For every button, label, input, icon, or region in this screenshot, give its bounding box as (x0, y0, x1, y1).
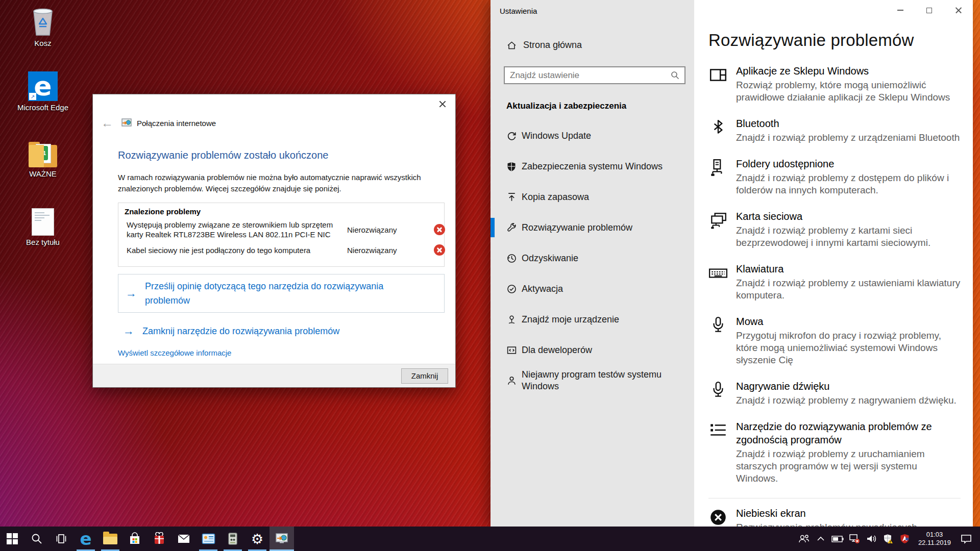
error-x-icon (434, 224, 445, 235)
sidebar-item-label: Aktywacja (522, 283, 572, 295)
sidebar-item-windows-update[interactable]: Windows Update (491, 120, 694, 151)
battery-icon[interactable] (831, 529, 844, 549)
dialog-footer: Zamknij (93, 364, 455, 387)
defender-warning-icon[interactable] (881, 529, 895, 549)
start-button[interactable] (0, 527, 24, 551)
desktop-icon-recycle-bin[interactable]: Kosz (7, 4, 79, 47)
desktop-icon-bez-tytulu[interactable]: Bez tytułu (7, 203, 79, 246)
close-tool-link[interactable]: Zamknij narzędzie do rozwiązywania probl… (142, 324, 418, 338)
taskbar-settings-button[interactable]: ⚙ (245, 527, 270, 551)
troubleshooter-dialog: ← Połączenia internetowe Rozwiązywanie p… (92, 94, 456, 388)
desktop-icon-label: Microsoft Edge (17, 103, 68, 112)
view-details-link[interactable]: Wyświetl szczegółowe informacje (118, 348, 231, 357)
sidebar-item-backup[interactable]: Kopia zapasowa (491, 182, 694, 212)
item-description: Rozwiąż problemy, które mogą uniemożliwi… (736, 79, 961, 104)
troubleshoot-item-program-compatibility[interactable]: Narzędzie do rozwiązywania problemów ze … (708, 420, 961, 485)
problem-text: Występują problemy związane ze sterownik… (127, 220, 347, 239)
taskbar-store-button[interactable] (122, 527, 147, 551)
taskbar-search-button[interactable] (24, 527, 49, 551)
network-disconnected-icon[interactable] (848, 529, 861, 549)
antivirus-shield-icon[interactable] (898, 529, 912, 549)
sidebar-item-windows-security[interactable]: Zabezpieczenia systemu Windows (491, 151, 694, 182)
people-icon[interactable] (797, 529, 811, 549)
item-description: Rozwiązywanie problemów powodujących (736, 521, 961, 527)
troubleshoot-item-store-apps[interactable]: Aplikacje ze Sklepu Windows Rozwiąż prob… (708, 64, 961, 104)
sidebar-item-label: Windows Update (522, 130, 600, 142)
windows-logo-icon (7, 533, 18, 544)
page-title: Rozwiązywanie problemów (708, 31, 961, 50)
compatibility-list-icon (708, 420, 736, 485)
sidebar-item-home[interactable]: Strona główna (506, 40, 582, 51)
sidebar-item-troubleshoot[interactable]: Rozwiązywanie problemów (491, 212, 694, 243)
shield-icon (506, 161, 518, 172)
keyboard-icon (708, 262, 736, 302)
error-x-icon (434, 244, 445, 256)
taskbar-contact-card-app-button[interactable] (196, 527, 220, 551)
sidebar-nav: Windows Update Zabezpieczenia systemu Wi… (491, 120, 694, 396)
found-problems-header: Znalezione problemy (125, 207, 438, 216)
settings-window: Ustawienia Strona główna Aktualizacja i … (491, 0, 973, 527)
send-feedback-link[interactable]: Prześlij opinię dotyczącą tego narzędzia… (145, 279, 421, 308)
item-title: Bluetooth (736, 117, 961, 130)
maximize-icon[interactable] (915, 0, 944, 20)
window-title: Ustawienia (500, 7, 537, 15)
close-tool-command[interactable]: → Zamknij narzędzie do rozwiązywania pro… (118, 324, 418, 338)
file-explorer-icon (103, 534, 117, 544)
problem-status: Nierozwiązany (347, 246, 428, 255)
backup-up-arrow-icon (506, 192, 518, 203)
troubleshoot-item-network-adapter[interactable]: Karta sieciowa Znajdź i rozwiąż problemy… (708, 210, 961, 249)
search-input[interactable] (510, 70, 671, 81)
desktop-icon-wazne-folder[interactable]: 21 WAŻNE (7, 135, 79, 178)
taskbar-edge-button[interactable]: e (74, 527, 98, 551)
troubleshoot-item-shared-folders[interactable]: Foldery udostępnione Znajdź i rozwiąż pr… (708, 157, 961, 196)
item-description: Znajdź i rozwiąż problemy z dostępem do … (736, 172, 961, 196)
clock-date: 22.11.2019 (918, 539, 951, 547)
minimize-icon[interactable] (886, 0, 915, 20)
item-description: Znajdź i rozwiąż problemy z uruchamianie… (736, 448, 961, 485)
troubleshoot-item-bluetooth[interactable]: Bluetooth Znajdź i rozwiąż problemy z ur… (708, 117, 961, 144)
history-clock-icon (506, 253, 518, 264)
item-title: Nagrywanie dźwięku (736, 380, 961, 393)
troubleshoot-item-blue-screen[interactable]: Niebieski ekran Rozwiązywanie problemów … (708, 507, 961, 527)
sidebar-item-label: Znajdź moje urządzenie (522, 314, 628, 325)
close-button[interactable]: Zamknij (401, 368, 448, 384)
taskbar-device-app-button[interactable] (220, 527, 245, 551)
troubleshoot-item-audio-recording[interactable]: Nagrywanie dźwięku Znajdź i rozwiąż prob… (708, 380, 961, 407)
search-icon (31, 533, 43, 545)
sidebar-item-insider-program[interactable]: Niejawny program testów systemu Windows (491, 365, 694, 396)
back-arrow-icon[interactable]: ← (101, 117, 116, 129)
task-view-button[interactable] (49, 527, 74, 551)
microsoft-store-icon (128, 532, 141, 545)
item-title: Klawiatura (736, 262, 961, 276)
search-icon[interactable] (671, 71, 679, 80)
volume-icon[interactable] (865, 529, 878, 549)
taskbar-gift-app-button[interactable] (147, 527, 172, 551)
sidebar-item-for-developers[interactable]: Dla deweloperów (491, 335, 694, 365)
item-title: Foldery udostępnione (736, 157, 961, 170)
taskbar-file-explorer-button[interactable] (98, 527, 122, 551)
system-tray: 01:03 22.11.2019 (797, 527, 980, 551)
taskbar-troubleshooter-button[interactable] (270, 527, 294, 551)
sidebar-item-find-my-device[interactable]: Znajdź moje urządzenie (491, 304, 694, 335)
action-center-icon[interactable] (958, 529, 975, 549)
item-title: Mowa (736, 315, 961, 328)
settings-search-box[interactable] (504, 66, 685, 84)
hidden-icons-chevron[interactable] (814, 529, 827, 549)
taskbar-clock[interactable]: 01:03 22.11.2019 (915, 531, 954, 547)
dialog-close-icon[interactable] (436, 98, 449, 110)
sidebar-item-recovery[interactable]: Odzyskiwanie (491, 243, 694, 273)
troubleshoot-item-keyboard[interactable]: Klawiatura Znajdź i rozwiąż problemy z u… (708, 262, 961, 302)
troubleshoot-item-speech[interactable]: Mowa Przygotuj mikrofon do pracy i rozwi… (708, 315, 961, 366)
dialog-heading: Rozwiązywanie problemów zostało ukończon… (118, 149, 328, 161)
sidebar-item-activation[interactable]: Aktywacja (491, 273, 694, 304)
close-icon[interactable] (944, 0, 973, 20)
folder-icon: 21 (29, 135, 57, 167)
recycle-bin-icon (30, 4, 56, 37)
desktop-icon-edge[interactable]: e ↗ Microsoft Edge (7, 68, 79, 112)
taskbar-mail-button[interactable] (172, 527, 196, 551)
send-feedback-command[interactable]: → Prześlij opinię dotyczącą tego narzędz… (118, 274, 445, 313)
item-description: Znajdź i rozwiąż problemy z ustawieniami… (736, 277, 961, 302)
clock-time: 01:03 (918, 531, 951, 539)
arrow-right-icon: → (123, 324, 134, 338)
found-problems-panel: Znalezione problemy Występują problemy z… (118, 203, 445, 267)
